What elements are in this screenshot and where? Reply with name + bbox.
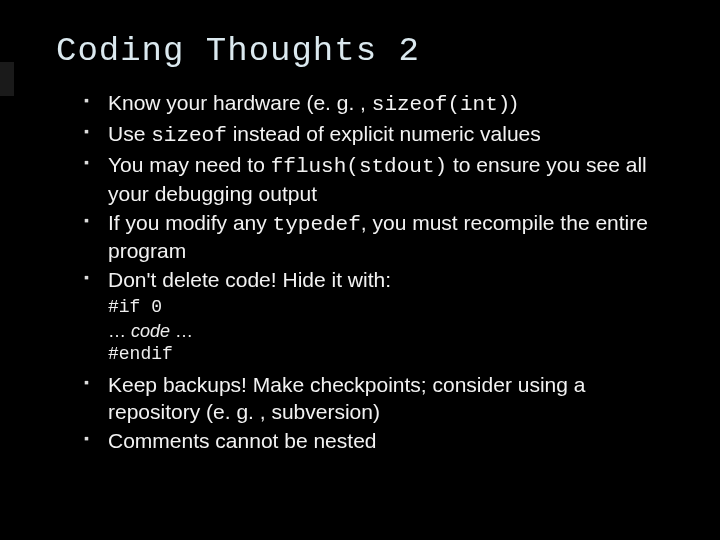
bullet-text: Don't delete code! Hide it with:	[108, 268, 391, 291]
code-span: sizeof(int)	[372, 93, 511, 116]
code-span: sizeof	[151, 124, 227, 147]
bullet-item: Use sizeof instead of explicit numeric v…	[84, 121, 664, 150]
code-text: …	[170, 321, 193, 341]
slide-title: Coding Thoughts 2	[56, 32, 664, 70]
bullet-list: Keep backups! Make checkpoints; consider…	[84, 372, 664, 455]
left-edge-tab	[0, 62, 14, 96]
code-line: #if 0	[108, 296, 664, 319]
bullet-text: Know your hardware (e. g. ,	[108, 91, 372, 114]
code-span: typedef	[273, 213, 361, 236]
bullet-text: You may need to	[108, 153, 271, 176]
code-text: …	[108, 321, 131, 341]
code-span: fflush(stdout)	[271, 155, 447, 178]
bullet-item: Know your hardware (e. g. , sizeof(int))	[84, 90, 664, 119]
bullet-text: instead of explicit numeric values	[227, 122, 541, 145]
bullet-item: You may need to fflush(stdout) to ensure…	[84, 152, 664, 208]
bullet-item: Comments cannot be nested	[84, 428, 664, 455]
bullet-text: )	[510, 91, 517, 114]
bullet-item: Keep backups! Make checkpoints; consider…	[84, 372, 664, 426]
bullet-item: If you modify any typedef, you must reco…	[84, 210, 664, 266]
code-text-italic: code	[131, 321, 170, 341]
code-line: #endif	[108, 343, 664, 366]
bullet-text: Use	[108, 122, 151, 145]
code-line: … code …	[108, 320, 664, 343]
bullet-text: If you modify any	[108, 211, 273, 234]
bullet-text: Keep backups! Make checkpoints; consider…	[108, 373, 585, 423]
bullet-list: Know your hardware (e. g. , sizeof(int))…	[84, 90, 664, 294]
slide: Coding Thoughts 2 Know your hardware (e.…	[0, 0, 720, 540]
bullet-text: Comments cannot be nested	[108, 429, 377, 452]
code-block: #if 0 … code … #endif	[108, 296, 664, 366]
bullet-item: Don't delete code! Hide it with:	[84, 267, 664, 294]
